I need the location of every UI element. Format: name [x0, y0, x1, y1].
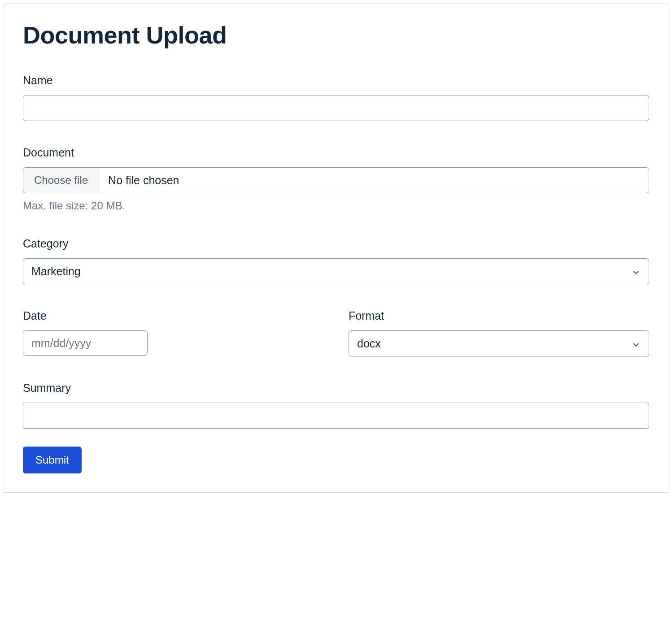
format-value: docx	[357, 337, 632, 350]
file-status-label: No file chosen	[99, 168, 188, 193]
date-label: Date	[23, 309, 323, 322]
document-label: Document	[23, 146, 649, 159]
file-input-wrapper[interactable]: Choose file No file chosen	[23, 167, 649, 193]
summary-field: Summary	[23, 382, 649, 429]
category-value: Marketing	[31, 265, 632, 278]
date-input[interactable]	[23, 330, 148, 356]
category-label: Category	[23, 237, 649, 250]
submit-button[interactable]: Submit	[23, 447, 82, 473]
format-field: Format docx	[349, 309, 649, 356]
category-field: Category Marketing	[23, 237, 649, 284]
document-field: Document Choose file No file chosen Max.…	[23, 146, 649, 212]
summary-input[interactable]	[23, 403, 649, 429]
chevron-down-icon	[632, 267, 641, 276]
page-title: Document Upload	[23, 21, 649, 49]
choose-file-button[interactable]: Choose file	[23, 168, 99, 193]
upload-form-container: Document Upload Name Document Choose fil…	[4, 4, 668, 493]
format-select[interactable]: docx	[349, 330, 649, 356]
name-field: Name	[23, 74, 649, 121]
format-label: Format	[349, 309, 649, 322]
name-input[interactable]	[23, 95, 649, 121]
file-help-text: Max. file size: 20 MB.	[23, 200, 649, 212]
summary-label: Summary	[23, 382, 649, 395]
category-select[interactable]: Marketing	[23, 258, 649, 284]
name-label: Name	[23, 74, 649, 87]
chevron-down-icon	[632, 339, 641, 348]
date-field: Date	[23, 309, 323, 356]
